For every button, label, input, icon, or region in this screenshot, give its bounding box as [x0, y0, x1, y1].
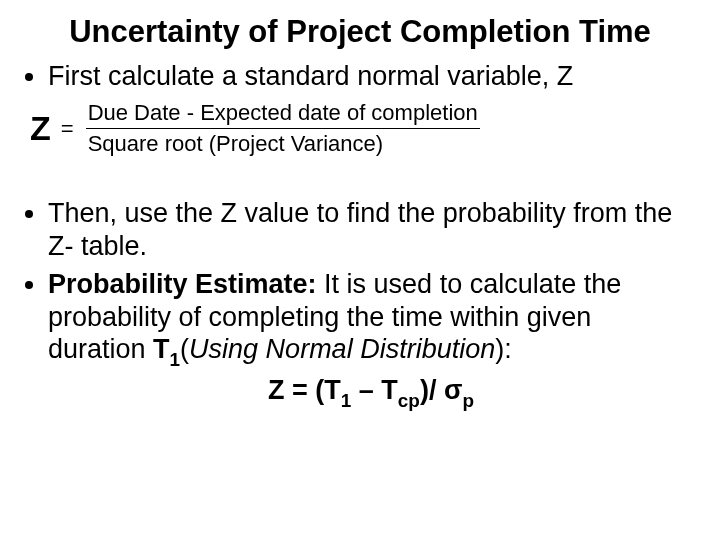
body-list: First calculate a standard normal variab… [26, 60, 694, 92]
z-formula: Z = Due Date - Expected date of completi… [30, 100, 694, 157]
eq-z: Z = (T [268, 375, 341, 405]
bullet-3-T-sub: 1 [170, 349, 181, 370]
eq-sub-cp: cp [398, 390, 420, 411]
bullet-1: First calculate a standard normal variab… [48, 60, 694, 92]
bullet-3: Probability Estimate: It is used to calc… [48, 268, 694, 411]
bullet-3-bold: Probability Estimate: [48, 269, 317, 299]
spacer [26, 175, 694, 197]
bullet-3-italic: Using Normal Distribution [189, 334, 495, 364]
bullet-2: Then, use the Z value to find the probab… [48, 197, 694, 262]
z-equation-line: Z = (T1 – Tcp)/ σp [48, 374, 694, 411]
eq-mid: – T [351, 375, 398, 405]
formula-numerator: Due Date - Expected date of completion [86, 100, 480, 129]
eq-sub-p: p [462, 390, 474, 411]
body-list-2: Then, use the Z value to find the probab… [26, 197, 694, 411]
eq-div: )/ σ [420, 375, 462, 405]
formula-fraction: Due Date - Expected date of completion S… [86, 100, 480, 157]
bullet-3-end: ): [495, 334, 512, 364]
formula-equals: = [61, 116, 74, 142]
bullet-3-paren: ( [180, 334, 189, 364]
bullet-3-T: T [153, 334, 170, 364]
formula-lhs: Z [30, 109, 51, 148]
slide: Uncertainty of Project Completion Time F… [0, 0, 720, 540]
slide-title: Uncertainty of Project Completion Time [26, 14, 694, 50]
eq-sub-1: 1 [341, 390, 352, 411]
formula-denominator: Square root (Project Variance) [86, 129, 480, 157]
